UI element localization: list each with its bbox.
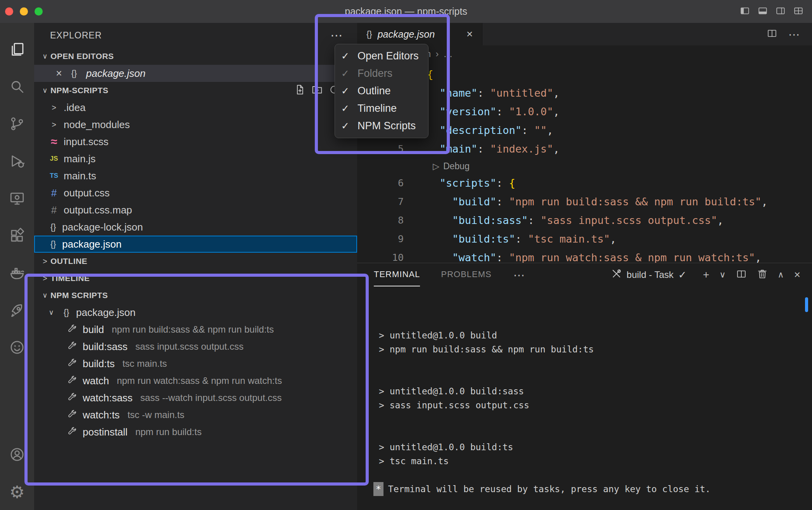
script-name: watch:sass xyxy=(83,392,133,404)
tab-bar: {} package.json × ⋯ xyxy=(357,23,812,45)
terminal-line xyxy=(379,370,812,384)
debug-codelens[interactable]: ▷Debug xyxy=(357,158,812,174)
wrench-icon xyxy=(67,324,77,336)
layout-sidebar-left-icon[interactable] xyxy=(739,6,751,17)
npm-script-watch[interactable]: watchnpm run watch:sass & npm run watch:… xyxy=(34,372,357,389)
terminal-line xyxy=(379,356,812,370)
activity-extensions-button[interactable] xyxy=(5,223,29,248)
file-name: main.js xyxy=(64,153,95,165)
trash-icon[interactable] xyxy=(757,269,768,281)
tab-package-json[interactable]: {} package.json × xyxy=(357,23,482,45)
tree-item-.idea[interactable]: >.idea xyxy=(34,99,357,116)
chevron-down-icon[interactable]: ∨ xyxy=(719,271,725,279)
activity-files-button[interactable] xyxy=(5,37,29,62)
open-editor-item[interactable]: × {} package.json xyxy=(34,65,357,82)
code-line-10: 10 "watch": "npm run watch:sass & npm ru… xyxy=(357,248,812,263)
activity-docker-button[interactable] xyxy=(5,260,29,285)
terminal-line xyxy=(379,412,812,426)
ellipsis-icon[interactable]: ⋯ xyxy=(788,28,801,41)
chevron-right-icon: > xyxy=(40,274,50,283)
views-more-actions-button[interactable]: ⋯ xyxy=(330,28,344,43)
close-icon[interactable]: × xyxy=(56,68,62,80)
activity-rocket-button[interactable] xyxy=(5,298,29,323)
tree-item-node_modules[interactable]: >node_modules xyxy=(34,116,357,133)
section-outline[interactable]: > OUTLINE xyxy=(34,253,357,270)
script-command: sass input.scss output.css xyxy=(135,341,244,352)
chevron-up-icon[interactable]: ∧ xyxy=(778,271,784,279)
sass-file-icon: ≈ xyxy=(47,135,61,148)
tree-item-package-lock.json[interactable]: {}package-lock.json xyxy=(34,219,357,236)
activity-account-button[interactable] xyxy=(5,442,29,467)
vscode-window: package.json — npm-scripts ⚙ EXPLORER ⋯ … xyxy=(0,0,812,510)
script-name: postinstall xyxy=(83,426,128,438)
split-editor-icon[interactable] xyxy=(736,269,747,281)
activity-smiley-button[interactable] xyxy=(5,335,29,360)
chevron-down-icon: ∨ xyxy=(46,308,57,317)
tree-item-main.js[interactable]: JSmain.js xyxy=(34,150,357,167)
file-tree: >.idea>node_modules≈input.scssJSmain.jsT… xyxy=(34,99,357,253)
activity-settings-gear-button[interactable]: ⚙ xyxy=(5,480,29,505)
plus-icon[interactable]: + xyxy=(703,269,709,280)
wrench-icon xyxy=(67,358,77,370)
close-tab-icon[interactable]: × xyxy=(467,28,473,40)
activity-remote-explorer-button[interactable] xyxy=(5,186,29,211)
terminal-panel: TERMINALPROBLEMS ⋯ build - Task ✓ +∨∧× >… xyxy=(357,263,812,510)
close-icon[interactable]: × xyxy=(794,269,800,280)
npm-scripts-package-json[interactable]: ∨ {} package.json xyxy=(34,304,357,321)
npm-script-postinstall[interactable]: postinstallnpm run build:ts xyxy=(34,423,357,441)
menu-item-outline[interactable]: ✓Outline xyxy=(335,82,428,100)
section-npm-scripts[interactable]: ∨ NPM SCRIPTS xyxy=(34,287,357,304)
section-project[interactable]: ∨ NPM-SCRIPTS xyxy=(34,82,357,99)
new-file-icon[interactable] xyxy=(294,84,306,97)
script-name: watch xyxy=(83,375,109,387)
panel-actions: build - Task ✓ +∨∧× xyxy=(611,268,812,281)
activity-search-button[interactable] xyxy=(5,74,29,99)
npm-script-watch:sass[interactable]: watch:sasssass --watch input.scss output… xyxy=(34,389,357,406)
tree-item-main.ts[interactable]: TSmain.ts xyxy=(34,167,357,184)
tree-item-output.css.map[interactable]: #output.css.map xyxy=(34,201,357,219)
json-file-icon: {} xyxy=(61,307,72,317)
terminal-task-entry[interactable]: build - Task ✓ xyxy=(611,268,687,281)
menu-item-timeline[interactable]: ✓Timeline xyxy=(335,100,428,117)
menu-item-open-editors[interactable]: ✓Open Editors xyxy=(335,47,428,65)
tools-icon xyxy=(611,268,622,281)
css-file-icon: # xyxy=(47,187,61,199)
split-editor-icon[interactable] xyxy=(767,28,777,40)
line-number: 9 xyxy=(357,230,414,248)
new-folder-icon[interactable] xyxy=(311,84,323,97)
terminal-output[interactable]: > untitled@1.0.0 build> npm run build:sa… xyxy=(357,286,812,496)
tree-item-package.json[interactable]: {}package.json xyxy=(34,236,357,253)
terminal-line: > npm run build:sass && npm run build:ts xyxy=(379,342,812,356)
section-timeline[interactable]: > TIMELINE xyxy=(34,270,357,287)
script-command: npm run watch:sass & npm run watch:ts xyxy=(117,375,282,386)
npm-script-build[interactable]: buildnpm run build:sass && npm run build… xyxy=(34,321,357,338)
layout-grid-icon[interactable] xyxy=(793,6,804,17)
panel-tab-problems[interactable]: PROBLEMS xyxy=(441,263,491,286)
script-command: tsc -w main.ts xyxy=(127,409,184,420)
chevron-down-icon: ∨ xyxy=(40,86,50,95)
ts-file-icon: TS xyxy=(47,172,61,180)
npm-script-list: buildnpm run build:sass && npm run build… xyxy=(34,321,357,441)
line-number: 5 xyxy=(357,140,414,158)
terminal-reuse-message: *Terminal will be reused by tasks, press… xyxy=(379,482,812,496)
menu-item-label: Folders xyxy=(357,68,392,80)
tree-item-output.css[interactable]: #output.css xyxy=(34,184,357,201)
json-file-icon: {} xyxy=(68,68,80,78)
layout-sidebar-right-icon[interactable] xyxy=(775,6,786,17)
code-line-6: 6 "scripts": { xyxy=(357,174,812,193)
activity-run-debug-button[interactable] xyxy=(5,149,29,173)
terminal-scrollbar[interactable] xyxy=(805,297,808,312)
activity-source-control-button[interactable] xyxy=(5,111,29,136)
panel-more-actions-icon[interactable]: ⋯ xyxy=(514,268,526,282)
menu-item-label: Open Editors xyxy=(357,50,419,62)
section-open-editors[interactable]: ∨ OPEN EDITORS xyxy=(34,48,357,65)
menu-item-npm-scripts[interactable]: ✓NPM Scripts xyxy=(335,117,428,135)
npm-script-build:sass[interactable]: build:sasssass input.scss output.css xyxy=(34,338,357,355)
layout-panel-icon[interactable] xyxy=(757,6,769,17)
tree-item-input.scss[interactable]: ≈input.scss xyxy=(34,133,357,150)
panel-tab-terminal[interactable]: TERMINAL xyxy=(374,263,420,286)
npm-script-watch:ts[interactable]: watch:tstsc -w main.ts xyxy=(34,406,357,423)
file-name: main.ts xyxy=(64,170,96,182)
file-name: .idea xyxy=(64,102,85,114)
npm-script-build:ts[interactable]: build:tstsc main.ts xyxy=(34,355,357,372)
